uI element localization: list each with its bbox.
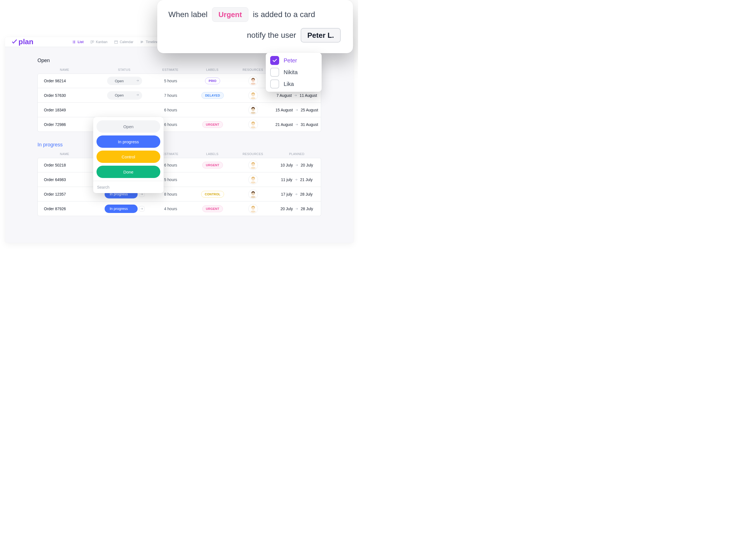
cell-estimate: 4 hours [150,206,192,211]
arrow-right-icon [295,108,298,112]
avatar [249,190,258,199]
cell-planned: 11 july21 July [273,177,321,182]
cell-planned: 20 July28 July [273,206,321,211]
status-pill[interactable]: Open [107,91,142,100]
col-estimate: ESTIMATE [149,68,191,72]
tab-timeline[interactable]: Timeline [140,40,158,44]
table-row[interactable]: Order 502186 hoursURGENT10 July20 July [37,158,321,172]
automation-rule-card: When label Urgent is added to a card not… [157,0,353,53]
status-popover: Open In progress Control Done Search [93,117,164,193]
table-row[interactable]: Order 183496 hours15 August25 August [37,103,321,117]
table-row[interactable]: Order 87926In progress4 hoursURGENT20 Ju… [37,201,321,216]
cell-name: Order 18349 [38,108,99,112]
user-option-lika[interactable]: Lika [270,80,317,88]
arrow-right-icon [136,93,139,96]
user-option-nikita[interactable]: Nikita [270,68,317,77]
cell-name: Order 98214 [38,79,99,83]
kanban-icon [90,40,94,44]
arrow-right-icon [294,193,298,196]
checkbox-unchecked-icon [270,80,279,88]
cell-planned: 7 August11 August [273,93,321,98]
user-select-popover: Peter Nikita Lika [266,53,322,92]
avatar [249,91,258,100]
status-option-control[interactable]: Control [96,150,160,163]
label-chip-urgent[interactable]: URGENT [202,121,223,128]
cell-name: Order 87926 [38,206,99,211]
rule-label-chip[interactable]: Urgent [212,7,249,22]
col-name: NAME [37,152,99,156]
calendar-icon [114,40,118,44]
list-icon [72,40,76,44]
cell-label: CONTROL [192,191,234,198]
cell-resource [234,190,273,199]
tab-kanban[interactable]: Kanban [90,40,107,44]
label-chip-control[interactable]: CONTROL [201,191,224,198]
status-option-inprogress[interactable]: In progress [96,136,160,148]
cell-resource [234,204,273,213]
avatar [249,76,258,85]
avatar [249,161,258,170]
arrow-right-icon [295,123,298,126]
status-change-button[interactable] [139,206,144,211]
cell-label: URGENT [192,162,234,168]
cell-resource [234,161,273,170]
table-row[interactable]: Order 64983In progress5 hours11 july21 J… [37,172,321,187]
avatar [249,106,258,114]
arrow-right-icon [294,94,297,97]
status-pill[interactable]: In progress [105,204,138,213]
col-labels: LABELS [191,68,233,72]
cell-status: Open [99,77,150,85]
table-row[interactable]: Order 12357In progress8 hoursCONTROL17 j… [37,187,321,201]
cell-planned: 10 July20 July [273,163,321,167]
user-option-peter[interactable]: Peter [270,56,317,65]
avatar [249,120,258,129]
cell-resource [234,106,273,114]
label-chip-prio[interactable]: PRIO [205,78,220,84]
col-labels: LABELS [191,152,233,156]
cell-planned: 15 August25 August [273,108,321,112]
brand-logo: plan [11,37,33,46]
status-option-done[interactable]: Done [96,166,160,178]
col-planned: PLANNED [272,152,321,156]
cell-estimate: 5 hours [150,79,192,83]
col-status: STATUS [99,68,149,72]
rule-text-isadded: is added to a card [253,10,315,19]
table-row[interactable]: Order 729866 hoursURGENT21 August31 Augu… [37,117,321,132]
avatar [249,175,258,184]
cell-resource [234,175,273,184]
section-header-inprog: In progress [37,142,321,148]
cell-label: URGENT [192,121,234,128]
rule-user-chip[interactable]: Peter L. [301,28,341,43]
cell-planned: 21 August31 August [273,122,321,127]
status-search-input[interactable]: Search [93,181,164,193]
cell-name: Order 50218 [38,163,99,167]
tab-list[interactable]: List [72,40,83,44]
tab-calendar[interactable]: Calendar [114,40,134,44]
cell-resource [234,120,273,129]
logo-check-icon [11,38,18,45]
rule-text-notify: notify the user [247,31,296,40]
table-body: Order 502186 hoursURGENT10 July20 JulyOr… [37,158,321,216]
cell-estimate: 7 hours [150,93,192,98]
cell-name: Order 64983 [38,177,99,182]
cell-estimate: 6 hours [150,108,192,112]
status-pill[interactable]: Open [107,77,142,85]
arrow-right-icon [140,207,143,211]
cell-status: Open [99,91,150,100]
svg-rect-2 [115,40,118,44]
cell-status: In progress [99,204,150,213]
cell-name: Order 72986 [38,122,99,127]
status-option-open[interactable]: Open [96,120,160,133]
label-chip-urgent[interactable]: URGENT [202,205,223,212]
cell-name: Order 12357 [38,192,99,196]
cell-label: PRIO [192,78,234,84]
cell-resource [234,91,273,100]
cell-label: DELAYED [192,92,234,99]
arrow-right-icon [294,178,298,181]
col-resources: RESOURCES [233,152,272,156]
svg-rect-0 [91,40,92,43]
checkbox-unchecked-icon [270,68,279,77]
label-chip-urgent[interactable]: URGENT [202,162,223,168]
label-chip-delayed[interactable]: DELAYED [201,92,224,99]
col-name: NAME [37,68,99,72]
